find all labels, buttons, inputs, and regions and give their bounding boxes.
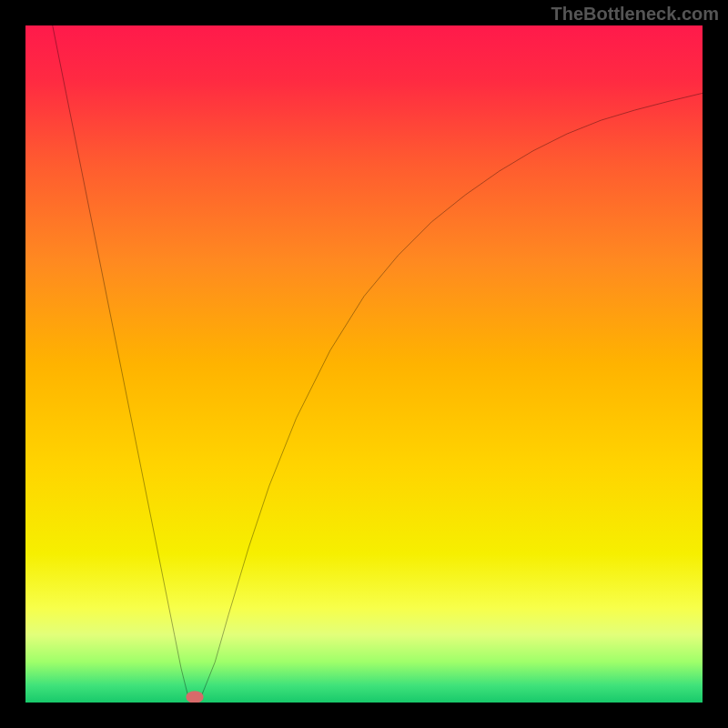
plot-area (25, 25, 703, 703)
bottleneck-chart (25, 25, 703, 703)
chart-frame: TheBottleneck.com (0, 0, 728, 728)
gradient-background (25, 25, 703, 703)
watermark-text: TheBottleneck.com (551, 4, 719, 25)
